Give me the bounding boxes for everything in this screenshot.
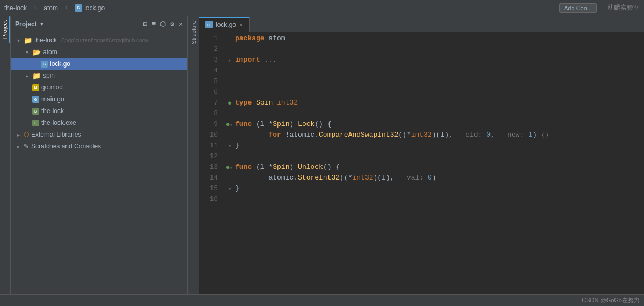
the-lock-exe-icon: E xyxy=(32,120,39,126)
gutter: ▸ ● ●▸ ▾ ●▸ ▾ xyxy=(224,32,235,294)
structure-tab[interactable]: Structure xyxy=(189,16,198,49)
go-mod-label: go.mod xyxy=(41,84,63,91)
line-num-1: 1 xyxy=(204,33,220,44)
tree-item-the-lock[interactable]: B the-lock xyxy=(11,105,187,117)
scratches-icon: ✎ xyxy=(24,143,29,150)
project-panel-title: Project xyxy=(15,20,37,28)
tree-item-ext-libs[interactable]: ▸ ⬡ External Libraries xyxy=(11,129,187,140)
tree-item-go-mod[interactable]: M go.mod xyxy=(11,81,187,93)
gutter-10 xyxy=(224,130,235,140)
line-num-12: 12 xyxy=(204,151,220,162)
root-name: the-lock xyxy=(34,36,57,44)
left-side-tabs: Project xyxy=(0,16,11,294)
code-line-9: func (l *Spin) Lock() { xyxy=(235,119,644,130)
tab-close-button[interactable]: × xyxy=(239,21,243,28)
tree-item-atom[interactable]: ▾ 📂 atom xyxy=(11,46,187,58)
the-lock-label: the-lock xyxy=(41,107,64,115)
editor-tabs: G lock.go × xyxy=(199,16,644,32)
file-title-text: lock.go xyxy=(84,4,105,12)
line-num-13: 13 xyxy=(204,162,220,173)
toolbar-icon-1[interactable]: ⊞ xyxy=(143,20,148,28)
code-line-11: } xyxy=(235,140,644,151)
gutter-15: ▾ xyxy=(224,183,235,194)
title-bar: the-lock › atom › G lock.go Add Con... 幼… xyxy=(0,0,644,16)
root-folder-icon: 📁 xyxy=(24,36,32,44)
gutter-8 xyxy=(224,108,235,119)
project-panel: Project ▼ ⊞ ≡ ⬡ ⚙ ✕ ▾ 📁 the-lock C:\go\c… xyxy=(11,16,188,294)
spin-folder-label: spin xyxy=(43,72,55,79)
lock-go-label: lock.go xyxy=(50,60,70,68)
editor-tab-lock-go[interactable]: G lock.go × xyxy=(199,17,250,32)
status-right: CSDN @GoGo在努力 xyxy=(582,296,640,304)
root-path: C:\go\current\gopath\src\github.com\ xyxy=(61,38,148,43)
ext-libs-icon: ⬡ xyxy=(24,131,29,138)
structure-strip: Structure xyxy=(188,16,199,294)
the-lock-exe-label: the-lock.exe xyxy=(41,119,76,126)
project-title-text: the-lock xyxy=(4,4,27,12)
line-num-4: 4 xyxy=(204,65,220,76)
atom-folder-icon: 📂 xyxy=(32,48,41,56)
code-line-6 xyxy=(235,87,644,98)
gutter-13: ●▸ xyxy=(224,162,235,173)
file-title: G lock.go xyxy=(75,4,105,12)
project-toolbar: ⊞ ≡ ⬡ ⚙ ✕ xyxy=(143,20,183,28)
gutter-7: ● xyxy=(224,98,235,108)
tree-item-spin[interactable]: ▸ 📁 spin xyxy=(11,70,187,81)
line-num-15: 15 xyxy=(204,183,220,194)
code-line-14: atomic.StoreInt32((*int32)(l), val: 0) xyxy=(235,173,644,183)
go-file-icon: G xyxy=(75,4,82,12)
tree-item-main-go[interactable]: G main.go xyxy=(11,93,187,105)
gutter-6 xyxy=(224,87,235,98)
code-line-5 xyxy=(235,76,644,87)
project-dropdown-arrow[interactable]: ▼ xyxy=(40,21,44,27)
toolbar-icon-close[interactable]: ✕ xyxy=(179,20,183,28)
watermark-text: 幼麟实验室 xyxy=(608,3,640,12)
atom-title-text: atom xyxy=(43,4,58,12)
code-line-1: package atom xyxy=(235,33,644,44)
code-line-3: import ... xyxy=(235,55,644,65)
code-editor[interactable]: 1 2 3 4 5 6 7 8 9 10 11 12 13 14 15 16 xyxy=(199,32,644,294)
editor-area: G lock.go × 1 2 3 4 5 6 7 8 9 10 11 12 1… xyxy=(199,16,644,294)
gutter-2 xyxy=(224,44,235,55)
line-num-8: 8 xyxy=(204,108,220,119)
gutter-1 xyxy=(224,33,235,44)
toolbar-icon-settings[interactable]: ⚙ xyxy=(170,20,174,28)
tree-root[interactable]: ▾ 📁 the-lock C:\go\current\gopath\src\gi… xyxy=(11,34,187,46)
gutter-3: ▸ xyxy=(224,55,235,65)
toolbar-icon-3[interactable]: ⬡ xyxy=(160,20,166,28)
add-console-button[interactable]: Add Con... xyxy=(559,3,597,13)
atom-folder-label: atom xyxy=(43,48,57,56)
gutter-5 xyxy=(224,76,235,87)
the-lock-icon: B xyxy=(32,108,39,115)
code-line-7: type Spin int32 xyxy=(235,98,644,108)
line-num-11: 11 xyxy=(204,140,220,151)
code-content[interactable]: package atom import ... type Spin int32 xyxy=(235,32,644,294)
tree-item-scratches[interactable]: ▸ ✎ Scratches and Consoles xyxy=(11,140,187,152)
code-line-15: } xyxy=(235,183,644,194)
code-line-13: func (l *Spin) Unlock() { xyxy=(235,162,644,173)
scratches-label: Scratches and Consoles xyxy=(31,143,101,150)
ext-libs-label: External Libraries xyxy=(31,131,81,138)
tab-label: lock.go xyxy=(216,21,236,28)
sep2: › xyxy=(64,4,68,12)
line-num-2: 2 xyxy=(204,44,220,55)
main-go-label: main.go xyxy=(41,95,64,103)
toolbar-icon-2[interactable]: ≡ xyxy=(152,20,156,28)
gutter-11: ▾ xyxy=(224,140,235,151)
line-numbers: 1 2 3 4 5 6 7 8 9 10 11 12 13 14 15 16 xyxy=(199,32,224,294)
gutter-4 xyxy=(224,65,235,76)
sidebar-tab-project[interactable]: Project xyxy=(1,16,10,43)
main-go-icon: G xyxy=(32,96,39,103)
code-line-10: for !atomic.CompareAndSwapInt32((*int32)… xyxy=(235,130,644,140)
code-line-2 xyxy=(235,44,644,55)
gutter-9: ●▸ xyxy=(224,119,235,130)
line-num-14: 14 xyxy=(204,173,220,183)
code-line-4 xyxy=(235,65,644,76)
code-line-12 xyxy=(235,151,644,162)
project-tree: ▾ 📁 the-lock C:\go\current\gopath\src\gi… xyxy=(11,32,187,294)
project-panel-header: Project ▼ ⊞ ≡ ⬡ ⚙ ✕ xyxy=(11,16,187,32)
line-num-10: 10 xyxy=(204,130,220,140)
line-num-6: 6 xyxy=(204,87,220,98)
tree-item-the-lock-exe[interactable]: E the-lock.exe xyxy=(11,117,187,129)
tree-item-lock-go[interactable]: G lock.go xyxy=(11,58,187,70)
